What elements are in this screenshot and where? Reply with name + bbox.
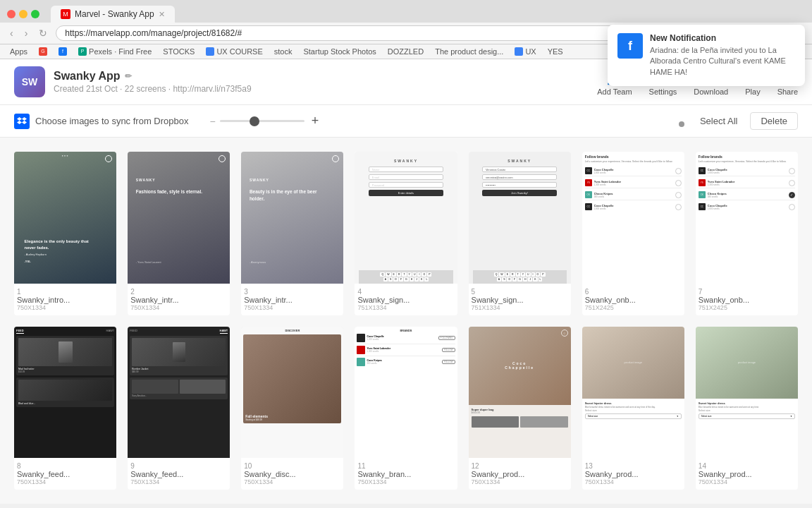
screen-item[interactable]: FEED HAWT Mad hat hatter $24.99 Blad and… [14,327,116,490]
screen-item[interactable]: Follow brands Let's customize your exper… [696,152,798,315]
feed-tabs: FEED HAWT [16,329,114,334]
screen-name: Swanky_disc... [244,470,340,478]
screen-attr: - Anonymous [250,260,266,264]
screen-number: 5 [472,288,568,296]
screen-info: 3 Swanky_intr... 750X1334 [241,284,343,315]
screen-number: 13 [585,462,682,470]
screen-size: 750X1334 [130,478,227,485]
screen-size: 751X1334 [472,304,568,311]
screen-size: 750X1334 [472,478,568,485]
screen-name: Swanky_intro... [17,296,113,304]
app-content: SW Swanky App ✏ Created 21st Oct · 22 sc… [0,59,812,504]
toolbar-right: Select All Delete [694,112,798,130]
bookmark-startup[interactable]: Startup Stock Photos [300,47,379,56]
screen-thumb: BRANDS Coco Chapelle1,200 smells FOLLOWI… [355,327,457,459]
delete-button[interactable]: Delete [750,112,798,130]
edit-icon[interactable]: ✏ [125,71,132,81]
screen-info: 9 Swanky_feed... 750X1334 [128,458,230,490]
screen-name: Swanky_onb... [585,296,682,304]
screen-item[interactable]: ○ CocoChappelle Super duper bag $668.99 … [469,327,571,490]
screen-thumb: ●●● Elegance is the only beauty that nev… [14,152,116,284]
screen-item[interactable]: SWANKY Fashions fade, style is eternal. … [128,152,230,315]
feed-item2: Suey Ancobar... [130,377,228,399]
screen-info: 13 Swanky_prod... 750X1334 [582,458,684,490]
bookmark-fb[interactable]: f [56,47,70,56]
screen-thumb: ○ CocoChappelle Super duper bag $668.99 [469,327,571,459]
screen-number: 12 [472,462,568,470]
maximize-button[interactable] [31,10,39,18]
pexels-label: Pexels · Find Free [89,47,152,56]
screen-name: Swanky_sign... [472,296,568,304]
screen-info: 8 Swanky_feed... 750X1334 [14,458,116,490]
brand: SWANKY [250,178,269,182]
app-subtitle: Created 21st Oct · 22 screens · http://m… [54,84,252,94]
screen-item[interactable]: SWANKY Veronica Castro veronica@castro.c… [469,152,571,315]
back-button[interactable]: ‹ [7,26,16,40]
dozzled-label: DOZZLED [388,47,424,56]
screen-item[interactable]: Follow brands Let's customize your exper… [582,152,684,315]
screen-item[interactable]: SWANKY Beauty is in the eye of the beer … [241,152,343,315]
settings-label: Settings [649,87,677,96]
screen-number: 14 [699,462,795,470]
bookmark-product[interactable]: The product desig... [432,47,506,56]
select-all-button[interactable]: Select All [694,112,743,130]
forward-button[interactable]: › [22,26,31,40]
discover-image: Fall elements Starting at $48.99 [243,334,341,423]
screen-item[interactable]: product image Sweet hipster dress Blue b… [696,327,798,490]
bookmark-dozzled[interactable]: DOZZLED [385,47,426,56]
bookmark-ux[interactable]: UX [512,47,539,56]
screen-item[interactable]: ●●● Elegance is the only beauty that nev… [14,152,116,315]
screen-number: 8 [17,462,113,470]
screen-number: 1 [17,288,113,296]
screen-size: 750X1334 [244,304,340,311]
screen-subtext: Let's customize your experience, Veronic… [699,160,795,163]
screen-heading: Follow brands [585,155,682,159]
screen-name: Swanky_bran... [357,470,454,478]
close-button[interactable] [7,10,16,18]
refresh-button[interactable]: ↻ [36,26,50,40]
product-label: The product desig... [435,47,503,56]
screen-item[interactable]: product image Sweet hipster dress Blue b… [582,327,684,490]
bookmark-ux-course[interactable]: UX COURSE [203,47,265,56]
screen-heading: Follow brands [699,155,795,159]
active-tab[interactable]: M Marvel - Swanky App ✕ [51,6,175,23]
screen-size: 751X1334 [357,304,454,311]
dropbox-sync[interactable]: Choose images to sync from Dropbox [14,114,188,129]
notification-content: New Notification Ariadna: de la Peña inv… [650,33,795,78]
screen-name: Swanky_sign... [357,296,454,304]
notification-title: New Notification [650,33,795,43]
bookmark-gmail[interactable]: G [36,47,50,56]
screen-size: 751X2425 [585,304,682,311]
minimize-button[interactable] [19,10,27,18]
screen-item[interactable]: DISCOVER Fall elements Starting at $48.9… [241,327,343,490]
screen-item[interactable]: BRANDS Coco Chapelle1,200 smells FOLLOWI… [355,327,457,490]
stock-label: stock [274,47,293,56]
bookmark-pexels[interactable]: P Pexels · Find Free [75,47,154,56]
tab-close-button[interactable]: ✕ [159,10,165,19]
screen-size: 750X1334 [17,478,113,485]
zoom-range-input[interactable] [220,120,304,122]
screen-name: Swanky_intr... [130,296,227,304]
screen-number: 2 [130,288,227,296]
screen-info: 4 Swanky_sign... 751X1334 [355,284,457,315]
ux-course-label: UX COURSE [216,47,262,56]
screen-number: 4 [357,288,454,296]
keyboard: QWERTYUIOP ASDFGHJKL [473,270,567,284]
screen-text: Elegance is the only beauty that never f… [25,238,102,264]
screen-size: 750X1334 [699,478,795,485]
app-title-area: Swanky App ✏ Created 21st Oct · 22 scree… [54,70,252,94]
bookmark-stock[interactable]: stock [271,47,295,56]
bookmark-stocks[interactable]: STOCKS [160,47,197,56]
bookmark-apps[interactable]: Apps [7,47,30,56]
screen-number: 10 [244,462,340,470]
screen-name: Swanky_feed... [17,470,113,478]
screen-item[interactable]: FEED HAWT Bomber Jacket $48.99 [128,327,230,490]
product-image: product image [696,327,798,399]
screen-item[interactable]: SWANKY Name Email Password Enter details… [355,152,457,315]
screen-size: 750X1334 [357,478,454,485]
tab-bar: M Marvel - Swanky App ✕ [51,6,175,23]
screen-info: 6 Swanky_onb... 751X2425 [582,284,684,315]
screen-thumb: FEED HAWT Mad hat hatter $24.99 Blad and… [14,327,116,459]
bookmark-yes[interactable]: YES [545,47,566,56]
screen-thumb: SWANKY Veronica Castro veronica@castro.c… [469,152,571,284]
